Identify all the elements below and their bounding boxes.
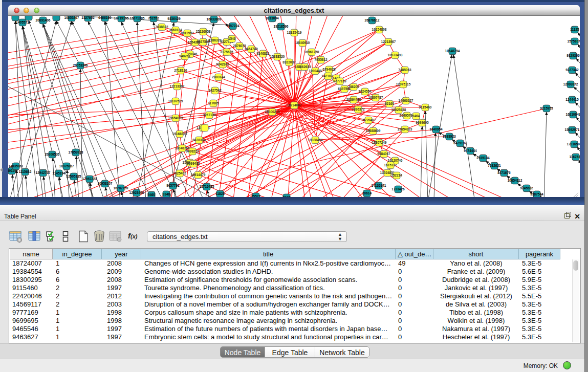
svg-text:1405571: 1405571 bbox=[16, 20, 29, 24]
svg-text:7638822: 7638822 bbox=[155, 25, 168, 29]
svg-text:19654923: 19654923 bbox=[398, 127, 412, 131]
svg-text:8938923: 8938923 bbox=[443, 135, 456, 138]
svg-text:15388520: 15388520 bbox=[270, 55, 285, 58]
svg-text:19218596: 19218596 bbox=[274, 25, 289, 28]
svg-text:14136141: 14136141 bbox=[372, 184, 386, 187]
svg-text:6466160: 6466160 bbox=[98, 16, 112, 19]
svg-text:8427542: 8427542 bbox=[208, 89, 222, 92]
svg-text:746206: 746206 bbox=[348, 85, 359, 89]
svg-text:3624554: 3624554 bbox=[358, 90, 372, 93]
svg-text:9146821: 9146821 bbox=[256, 52, 270, 55]
svg-text:1167533: 1167533 bbox=[570, 155, 580, 159]
svg-text:9215955: 9215955 bbox=[540, 106, 553, 110]
svg-text:9115460: 9115460 bbox=[419, 105, 432, 109]
svg-text:8348: 8348 bbox=[163, 192, 170, 196]
svg-text:16210643: 16210643 bbox=[566, 113, 580, 116]
svg-text:18724007: 18724007 bbox=[287, 103, 302, 107]
svg-text:9657791: 9657791 bbox=[166, 184, 180, 187]
svg-text:3660124: 3660124 bbox=[169, 28, 182, 32]
svg-text:12213302: 12213302 bbox=[170, 84, 185, 88]
svg-text:17957223: 17957223 bbox=[82, 177, 97, 181]
svg-text:9777169: 9777169 bbox=[333, 79, 346, 83]
svg-text:1662635: 1662635 bbox=[298, 65, 311, 69]
svg-text:15751074: 15751074 bbox=[568, 39, 580, 43]
svg-text:25226058: 25226058 bbox=[196, 30, 211, 33]
svg-text:10975867: 10975867 bbox=[59, 164, 74, 168]
svg-text:7955812: 7955812 bbox=[314, 58, 328, 61]
svg-text:16154808: 16154808 bbox=[372, 28, 387, 31]
svg-text:9498222: 9498222 bbox=[186, 149, 199, 153]
svg-text:9242848: 9242848 bbox=[216, 62, 229, 66]
svg-text:12213967: 12213967 bbox=[381, 40, 396, 43]
svg-text:3267130: 3267130 bbox=[203, 113, 216, 117]
svg-text:8878334: 8878334 bbox=[192, 138, 206, 142]
svg-text:16033809: 16033809 bbox=[207, 17, 222, 21]
svg-text:252214: 252214 bbox=[391, 173, 402, 177]
svg-text:117005: 117005 bbox=[208, 101, 219, 105]
svg-text:12505135: 12505135 bbox=[67, 174, 81, 178]
svg-text:8322037: 8322037 bbox=[282, 60, 296, 64]
svg-text:2876078: 2876078 bbox=[233, 44, 246, 48]
svg-text:7625402: 7625402 bbox=[173, 171, 186, 175]
svg-text:11823: 11823 bbox=[215, 192, 225, 195]
svg-text:9927505: 9927505 bbox=[197, 40, 210, 43]
svg-text:26876612: 26876612 bbox=[365, 18, 380, 22]
svg-text:9464: 9464 bbox=[412, 114, 420, 118]
svg-text:2803144: 2803144 bbox=[212, 75, 225, 79]
svg-text:8454749: 8454749 bbox=[245, 47, 258, 51]
svg-text:7857224: 7857224 bbox=[226, 24, 239, 28]
svg-text:1527602: 1527602 bbox=[81, 16, 95, 19]
svg-text:15692971: 15692971 bbox=[565, 128, 580, 132]
svg-text:12923446: 12923446 bbox=[129, 191, 144, 194]
svg-text:9336429: 9336429 bbox=[167, 17, 181, 20]
svg-text:17859928: 17859928 bbox=[69, 150, 83, 154]
svg-text:3175685: 3175685 bbox=[220, 50, 233, 54]
svg-text:10107525: 10107525 bbox=[168, 99, 183, 103]
svg-text:9329366: 9329366 bbox=[567, 54, 580, 57]
svg-text:1640954: 1640954 bbox=[429, 127, 443, 131]
svg-text:9245682: 9245682 bbox=[520, 186, 533, 190]
svg-text:8813094: 8813094 bbox=[266, 16, 279, 20]
svg-text:10654112: 10654112 bbox=[508, 179, 522, 182]
svg-text:10958107: 10958107 bbox=[98, 182, 113, 185]
svg-text:16671385: 16671385 bbox=[130, 16, 145, 20]
svg-text:6794028: 6794028 bbox=[322, 68, 336, 71]
svg-text:10973493: 10973493 bbox=[388, 53, 403, 57]
svg-text:9387544: 9387544 bbox=[530, 192, 543, 196]
svg-text:11125: 11125 bbox=[570, 28, 579, 31]
svg-text:13325419: 13325419 bbox=[287, 31, 302, 34]
svg-text:14835061: 14835061 bbox=[9, 164, 24, 168]
svg-text:1115682: 1115682 bbox=[19, 170, 32, 173]
svg-text:948261: 948261 bbox=[179, 54, 190, 58]
svg-text:9227342: 9227342 bbox=[565, 68, 579, 72]
svg-text:10807487: 10807487 bbox=[368, 96, 383, 99]
svg-text:7386372: 7386372 bbox=[352, 107, 365, 111]
svg-text:1615132: 1615132 bbox=[384, 163, 397, 167]
svg-text:20364436: 20364436 bbox=[346, 98, 361, 101]
svg-text:9474444: 9474444 bbox=[464, 149, 477, 152]
svg-text:9460: 9460 bbox=[148, 193, 156, 196]
svg-text:1145194: 1145194 bbox=[53, 171, 66, 175]
svg-text:6479197: 6479197 bbox=[453, 141, 467, 145]
svg-text:16782759: 16782759 bbox=[114, 186, 128, 190]
svg-text:12093872: 12093872 bbox=[563, 82, 578, 86]
svg-text:9099488: 9099488 bbox=[187, 162, 200, 165]
svg-text:8186328: 8186328 bbox=[208, 38, 222, 42]
svg-text:12975115: 12975115 bbox=[396, 82, 411, 86]
svg-text:19166825: 19166825 bbox=[172, 132, 187, 136]
svg-text:9699695: 9699695 bbox=[416, 121, 429, 124]
svg-text:10648794: 10648794 bbox=[445, 49, 460, 53]
svg-text:9084067: 9084067 bbox=[377, 152, 390, 156]
svg-text:12942737: 12942737 bbox=[36, 171, 51, 174]
svg-text:20691406: 20691406 bbox=[36, 18, 51, 22]
svg-text:1546: 1546 bbox=[228, 37, 236, 40]
svg-text:10688609: 10688609 bbox=[366, 129, 381, 133]
svg-text:2718126: 2718126 bbox=[174, 69, 187, 72]
svg-text:10025438: 10025438 bbox=[391, 108, 406, 112]
svg-text:19338454: 19338454 bbox=[308, 138, 323, 142]
svg-text:16640910: 16640910 bbox=[295, 41, 310, 45]
svg-text:20053346: 20053346 bbox=[73, 63, 88, 67]
svg-text:1733426: 1733426 bbox=[391, 187, 405, 191]
svg-text:2935134: 2935134 bbox=[476, 156, 490, 160]
svg-text:20614: 20614 bbox=[362, 191, 372, 195]
